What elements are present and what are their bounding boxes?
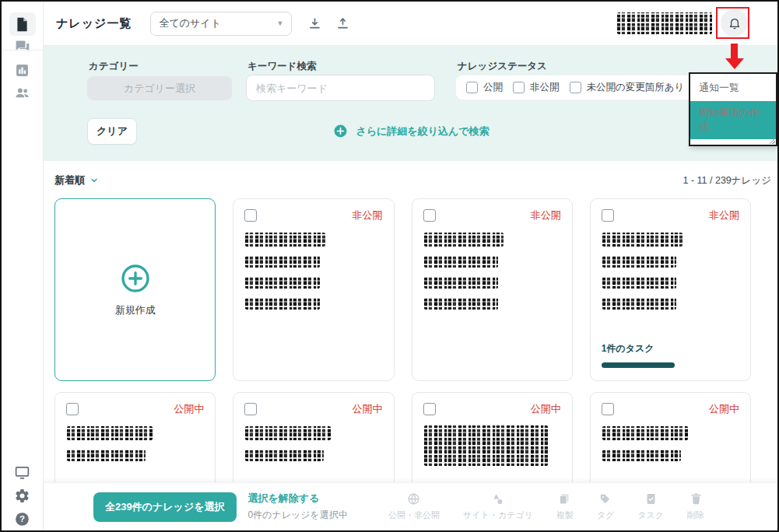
site-select[interactable]: 全てのサイト ▼ (150, 12, 292, 36)
card-checkbox[interactable] (244, 209, 257, 222)
knowledge-card[interactable]: 非公開 1件のタスク (590, 198, 751, 381)
result-count: 1 - 11 / 239ナレッジ (683, 174, 771, 187)
menu-item-notification-list[interactable]: 通知一覧 (690, 74, 776, 101)
action-task[interactable]: タスク (637, 492, 664, 521)
redacted-text (602, 277, 677, 289)
knowledge-card[interactable]: 公開中 (590, 392, 751, 484)
action-duplicate[interactable]: 複製 (556, 492, 574, 521)
menu-item-create-announcement[interactable]: 周知事項の作成 (690, 101, 776, 139)
select-all-button[interactable]: 全239件のナレッジを選択 (93, 492, 237, 522)
action-publish-toggle[interactable]: 公開・非公開 (388, 492, 440, 521)
redacted-title (602, 426, 688, 440)
card-checkbox[interactable] (66, 403, 79, 415)
svg-text:?: ? (19, 514, 25, 523)
knowledge-card[interactable]: 非公開 (412, 198, 573, 381)
card-checkbox[interactable] (602, 209, 614, 222)
sort-label: 新着順 (54, 173, 85, 187)
sidebar-item-display[interactable] (9, 460, 36, 484)
notification-bell-button[interactable] (721, 9, 748, 37)
task-count-label: 1件のタスク (602, 342, 675, 355)
action-site-category[interactable]: サイト・カテゴリ (463, 492, 533, 521)
status-option-label: 非公開 (530, 81, 560, 94)
sidebar-item-chat[interactable] (9, 34, 36, 58)
redacted-title (424, 233, 504, 247)
advanced-search-label: さらに詳細を絞り込んで検索 (356, 124, 489, 138)
keyword-label: キーワード検索 (247, 60, 316, 73)
redacted-text (424, 277, 499, 289)
status-badge: 公開中 (709, 403, 739, 415)
redacted-title (602, 233, 683, 247)
redacted-text (245, 277, 320, 289)
plus-circle-icon (333, 124, 348, 138)
gear-icon (14, 488, 30, 504)
sidebar-item-analytics[interactable] (9, 58, 36, 82)
card-checkbox[interactable] (244, 403, 257, 415)
status-checkbox-unpublished-changes[interactable] (570, 82, 581, 93)
sidebar-item-help[interactable]: ? (9, 507, 36, 530)
topbar-divider (717, 13, 718, 34)
status-badge: 公開中 (531, 403, 561, 415)
deselect-link[interactable]: 選択を解除する (248, 492, 348, 506)
card-checkbox[interactable] (423, 209, 436, 222)
action-tag[interactable]: タグ (597, 492, 615, 521)
monitor-icon (14, 464, 30, 481)
status-checkbox-public[interactable] (466, 82, 478, 93)
filter-panel: カテゴリー カテゴリー選択 キーワード検索 ナレッジステータス 公開 非公開 未… (44, 46, 779, 161)
task-block: 1件のタスク (602, 342, 675, 368)
bar-chart-icon (14, 62, 30, 79)
category-label: カテゴリー (89, 60, 139, 73)
new-knowledge-card[interactable]: 新規作成 (54, 198, 216, 381)
redacted-title (67, 426, 153, 440)
notification-menu: 通知一覧 周知事項の作成 (689, 72, 777, 146)
card-checkbox[interactable] (602, 403, 614, 415)
sidebar-item-users[interactable] (9, 81, 36, 104)
bell-icon (728, 16, 742, 30)
sidebar-item-settings[interactable] (9, 484, 36, 507)
knowledge-card[interactable]: 公開中 (233, 392, 394, 484)
card-grid: 新規作成 非公開 非公開 (54, 198, 751, 484)
redacted-text (245, 298, 320, 310)
page-title: ナレッジ一覧 (56, 16, 132, 31)
status-badge: 公開中 (353, 403, 383, 415)
download-icon[interactable] (307, 16, 322, 31)
knowledge-card[interactable]: 公開中 (412, 392, 573, 484)
selected-count: 0件のナレッジを選択中 (248, 509, 348, 522)
status-checkbox-private[interactable] (513, 82, 525, 93)
redacted-text (602, 256, 677, 268)
annotation-arrow (731, 44, 738, 59)
tag-icon (598, 492, 612, 506)
document-icon (14, 16, 30, 33)
card-checkbox[interactable] (423, 403, 436, 415)
upload-icon[interactable] (335, 16, 350, 31)
resize-handle-icon (770, 138, 775, 144)
action-delete[interactable]: 削除 (687, 492, 704, 521)
user-name-redacted (617, 12, 712, 34)
chevron-down-icon (89, 176, 99, 185)
sort-dropdown[interactable]: 新着順 (54, 173, 99, 187)
chevron-down-icon: ▼ (276, 19, 283, 27)
knowledge-card[interactable]: 公開中 (54, 392, 216, 484)
knowledge-list: 新着順 1 - 11 / 239ナレッジ 新規作成 非公開 (44, 161, 779, 484)
redacted-text (424, 256, 499, 268)
users-icon (14, 85, 30, 101)
globe-icon (407, 492, 420, 506)
keyword-search-input[interactable] (246, 75, 435, 101)
task-icon (644, 492, 658, 506)
status-badge: 非公開 (709, 209, 739, 222)
sidebar-divider (2, 50, 43, 51)
bulk-actions: 公開・非公開 サイト・カテゴリ 複製 タグ タスク 削除 (388, 492, 704, 521)
help-icon: ? (14, 511, 30, 527)
redacted-text (602, 450, 681, 461)
redacted-text (245, 256, 320, 268)
category-select-button[interactable]: カテゴリー選択 (87, 76, 232, 100)
plus-circle-icon (120, 263, 151, 294)
knowledge-card[interactable]: 非公開 (233, 198, 394, 381)
redacted-text (245, 450, 324, 461)
advanced-search-link[interactable]: さらに詳細を絞り込んで検索 (44, 124, 779, 138)
sidebar-item-knowledge[interactable] (9, 12, 36, 36)
status-option-label: 未公開の変更箇所あり (587, 81, 685, 94)
redacted-title (424, 425, 549, 466)
redacted-title (245, 233, 325, 247)
topbar: ナレッジ一覧 全てのサイト ▼ (44, 2, 779, 46)
site-select-value: 全てのサイト (159, 16, 221, 30)
